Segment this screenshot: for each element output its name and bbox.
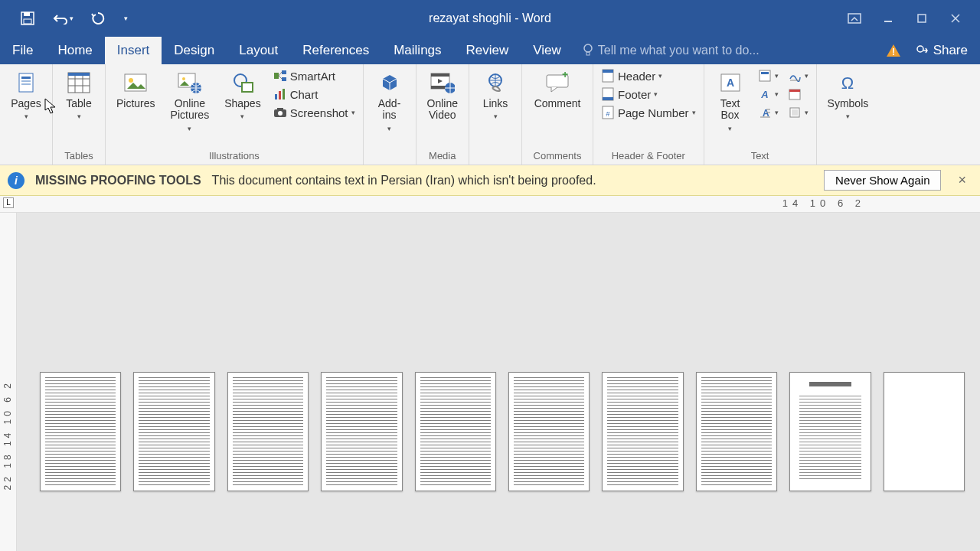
svg-text:A: A [727, 77, 734, 89]
warning-icon[interactable]: ! [886, 44, 901, 57]
customize-qat-button[interactable]: ▾ [116, 6, 135, 31]
group-label-text: Text [709, 148, 812, 163]
tab-home[interactable]: Home [45, 37, 104, 64]
share-label: Share [933, 43, 968, 58]
document-canvas[interactable] [17, 213, 980, 551]
svg-rect-30 [282, 70, 286, 74]
pages-button[interactable]: Pages ▾ [5, 67, 47, 123]
svg-rect-64 [789, 90, 800, 92]
svg-rect-35 [279, 91, 281, 99]
close-notification-button[interactable]: × [952, 172, 972, 188]
close-button[interactable] [940, 6, 971, 31]
smartart-button[interactable]: SmartArt [270, 67, 358, 84]
chevron-down-icon: ▾ [654, 90, 658, 98]
tab-selector[interactable]: L [3, 197, 14, 208]
group-symbols: Ω Symbols ▾ . [817, 64, 880, 165]
svg-rect-66 [792, 109, 798, 116]
signature-icon [788, 69, 802, 83]
footer-button[interactable]: Footer ▾ [598, 86, 699, 103]
horizontal-ruler[interactable]: L 14 10 6 2 [0, 196, 980, 213]
picture-icon [123, 70, 148, 95]
svg-rect-14 [21, 80, 31, 82]
document-page[interactable] [415, 372, 496, 491]
svg-rect-13 [21, 77, 31, 79]
share-button[interactable]: Share [915, 43, 968, 58]
svg-rect-15 [21, 83, 31, 85]
svg-point-23 [129, 78, 133, 83]
notification-message: This document contains text in Persian (… [212, 174, 596, 187]
chart-icon [273, 87, 287, 101]
screenshot-icon [273, 106, 287, 119]
group-label-header-footer: Header & Footer [598, 148, 699, 163]
header-button[interactable]: Header ▾ [598, 67, 699, 84]
page-number-button[interactable]: # Page Number ▾ [598, 104, 699, 121]
chevron-down-icon: ▾ [494, 112, 498, 120]
screenshot-button[interactable]: Screenshot ▾ [270, 104, 358, 121]
notification-bar: i MISSING PROOFING TOOLS This document c… [0, 165, 980, 196]
wordart-button[interactable]: A▾ [755, 86, 782, 103]
chart-button[interactable]: Chart [270, 86, 358, 103]
group-media: Online Video Media [416, 64, 469, 165]
minimize-button[interactable] [873, 6, 903, 31]
object-icon [788, 106, 802, 119]
footer-icon [601, 87, 615, 101]
document-page[interactable] [508, 372, 590, 491]
addins-button[interactable]: Add- ins ▾ [368, 67, 411, 135]
addins-icon [377, 70, 402, 95]
document-page[interactable] [321, 372, 402, 491]
svg-rect-50 [603, 97, 613, 100]
smartart-icon [273, 69, 287, 83]
tell-me-search[interactable]: Tell me what you want to do... [573, 37, 769, 64]
chevron-down-icon: ▾ [24, 112, 28, 120]
tab-view[interactable]: View [521, 37, 573, 64]
group-label-comments: Comments [527, 148, 588, 163]
shapes-button[interactable]: Shapes ▾ [218, 67, 266, 123]
date-time-icon [788, 87, 802, 101]
pictures-button[interactable]: Pictures [110, 67, 162, 112]
redo-button[interactable] [86, 6, 110, 31]
tab-file[interactable]: File [0, 37, 45, 64]
ribbon-display-options[interactable] [839, 6, 870, 31]
document-page[interactable] [884, 372, 965, 491]
maximize-button[interactable] [906, 6, 937, 31]
date-time-button[interactable] [785, 86, 812, 103]
svg-text:Ω: Ω [841, 73, 854, 92]
table-button[interactable]: Table ▾ [57, 67, 100, 123]
tab-mailings[interactable]: Mailings [381, 37, 453, 64]
comment-button[interactable]: + Comment [527, 67, 588, 112]
online-pictures-button[interactable]: Online Pictures ▾ [165, 67, 216, 135]
tab-layout[interactable]: Layout [227, 37, 290, 64]
online-video-button[interactable]: Online Video [421, 67, 464, 125]
symbols-button[interactable]: Ω Symbols ▾ [822, 67, 875, 123]
chevron-down-icon: ▾ [351, 109, 355, 116]
document-page[interactable] [602, 372, 683, 491]
svg-rect-2 [24, 19, 31, 24]
document-page[interactable] [133, 372, 214, 491]
object-button[interactable]: ▾ [785, 104, 812, 121]
tab-insert[interactable]: Insert [105, 37, 162, 64]
chevron-down-icon: ▾ [658, 72, 662, 80]
signature-line-button[interactable]: ▾ [785, 67, 812, 84]
document-title: rezayat shoghli - Word [429, 11, 551, 25]
tab-design[interactable]: Design [162, 37, 227, 64]
title-bar: ▾ ▾ rezayat shoghli - Word [0, 0, 980, 37]
svg-rect-56 [761, 72, 769, 74]
textbox-icon: A [718, 70, 743, 95]
tab-review[interactable]: Review [454, 37, 521, 64]
svg-rect-31 [282, 77, 286, 81]
never-show-again-button[interactable]: Never Show Again [824, 170, 941, 191]
document-page[interactable] [227, 372, 309, 491]
document-page[interactable] [40, 372, 121, 491]
links-button[interactable]: Links ▾ [474, 67, 517, 123]
quick-parts-button[interactable]: ▾ [755, 67, 782, 84]
undo-button[interactable]: ▾ [46, 6, 80, 31]
document-page[interactable] [696, 372, 777, 491]
document-page[interactable] [789, 372, 871, 491]
save-button[interactable] [15, 6, 40, 31]
group-label-tables: Tables [57, 148, 100, 163]
text-box-button[interactable]: A Text Box ▾ [709, 67, 752, 135]
svg-text:A: A [760, 89, 768, 100]
vertical-ruler[interactable]: 22 18 14 10 6 2 [0, 213, 17, 551]
tab-references[interactable]: References [290, 37, 381, 64]
drop-cap-button[interactable]: A▾ [755, 104, 782, 121]
